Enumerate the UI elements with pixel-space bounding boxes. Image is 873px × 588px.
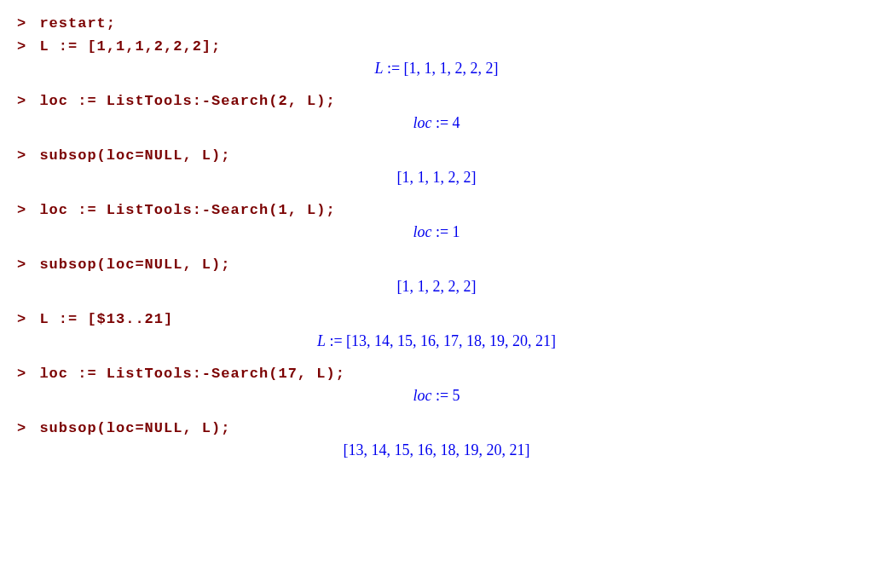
code-session: > restart;> L := [1,1,1,2,2,2];L := [1, …	[17, 15, 856, 459]
output-lhs: loc	[413, 387, 431, 404]
output-rhs: 4	[453, 114, 460, 131]
output-op: :=	[431, 387, 452, 404]
output-line: [13, 14, 15, 16, 18, 19, 20, 21]	[17, 441, 856, 459]
input-line: > loc := ListTools:-Search(1, L);	[17, 202, 856, 218]
output-line: [1, 1, 1, 2, 2]	[17, 169, 856, 187]
output-line: loc := 1	[17, 223, 856, 241]
input-line: > subsop(loc=NULL, L);	[17, 420, 856, 436]
input-line: > loc := ListTools:-Search(17, L);	[17, 366, 856, 382]
input-line: > L := [$13..21]	[17, 311, 856, 327]
output-rhs: 5	[453, 387, 460, 404]
output-lhs: loc	[413, 114, 431, 131]
output-lhs: L	[317, 332, 326, 349]
output-op: :=	[431, 223, 452, 240]
input-code: restart;	[30, 15, 116, 32]
input-code: subsop(loc=NULL, L);	[30, 420, 230, 436]
prompt-symbol: >	[17, 257, 26, 273]
input-line: > L := [1,1,1,2,2,2];	[17, 38, 856, 55]
output-op: :=	[326, 332, 346, 349]
prompt-symbol: >	[17, 420, 26, 436]
output-rhs: 1	[453, 223, 460, 240]
output-op: :=	[431, 114, 452, 131]
output-line: L := [13, 14, 15, 16, 17, 18, 19, 20, 21…	[17, 332, 856, 350]
output-line: loc := 5	[17, 387, 856, 405]
input-code: L := [1,1,1,2,2,2];	[30, 38, 221, 55]
input-line: > subsop(loc=NULL, L);	[17, 257, 856, 273]
input-code: subsop(loc=NULL, L);	[30, 147, 230, 164]
prompt-symbol: >	[17, 202, 26, 218]
output-rhs: [13, 14, 15, 16, 18, 19, 20, 21]	[344, 441, 530, 458]
output-op: :=	[383, 60, 403, 77]
input-code: L := [$13..21]	[30, 311, 173, 327]
input-code: loc := ListTools:-Search(1, L);	[30, 202, 335, 218]
output-line: loc := 4	[17, 114, 856, 132]
input-code: loc := ListTools:-Search(17, L);	[30, 366, 345, 382]
input-line: > loc := ListTools:-Search(2, L);	[17, 93, 856, 109]
prompt-symbol: >	[17, 311, 26, 327]
output-lhs: L	[374, 60, 383, 77]
input-line: > restart;	[17, 15, 856, 32]
output-rhs: [13, 14, 15, 16, 17, 18, 19, 20, 21]	[346, 332, 556, 349]
output-lhs: loc	[413, 223, 431, 240]
output-rhs: [1, 1, 1, 2, 2, 2]	[404, 60, 499, 77]
output-rhs: [1, 1, 1, 2, 2]	[397, 169, 477, 186]
output-line: L := [1, 1, 1, 2, 2, 2]	[17, 60, 856, 78]
prompt-symbol: >	[17, 147, 26, 164]
output-rhs: [1, 1, 2, 2, 2]	[397, 278, 477, 295]
input-code: subsop(loc=NULL, L);	[30, 257, 230, 273]
output-line: [1, 1, 2, 2, 2]	[17, 278, 856, 296]
prompt-symbol: >	[17, 366, 26, 382]
input-line: > subsop(loc=NULL, L);	[17, 147, 856, 164]
input-code: loc := ListTools:-Search(2, L);	[30, 93, 335, 109]
prompt-symbol: >	[17, 38, 26, 55]
prompt-symbol: >	[17, 93, 26, 109]
prompt-symbol: >	[17, 15, 26, 32]
